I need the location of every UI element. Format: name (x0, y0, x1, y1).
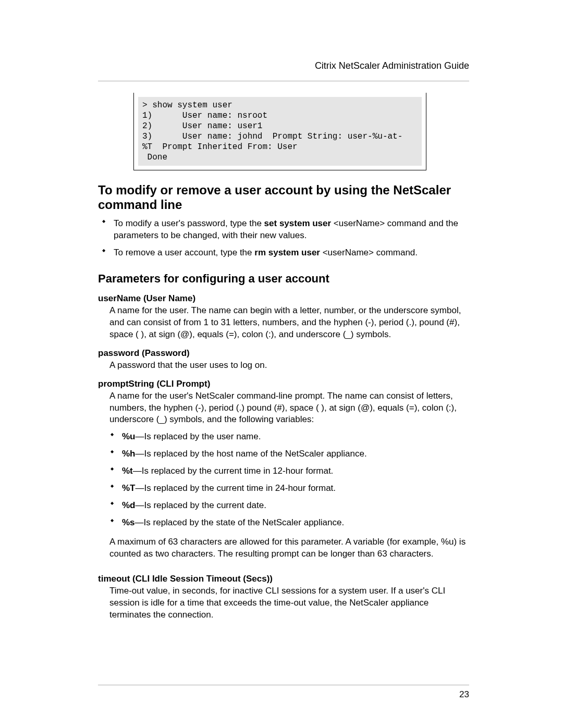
var-text: —Is replaced by the user name. (136, 431, 261, 441)
list-item: %d—Is replaced by the current date. (109, 500, 469, 512)
header-divider (98, 81, 469, 81)
var-code: %d (122, 500, 136, 510)
list-item: %t—Is replaced by the current time in 12… (109, 465, 469, 477)
bullet-list-modify-remove: To modify a user's password, type the se… (101, 218, 469, 259)
var-text: —Is replaced by the state of the NetScal… (135, 517, 345, 527)
var-code: %t (122, 466, 133, 476)
param-term-username: userName (User Name) (98, 293, 469, 304)
footer-divider (98, 685, 469, 685)
param-term-timeout: timeout (CLI Idle Session Timeout (Secs)… (98, 574, 469, 584)
inline-command: rm system user (254, 248, 320, 257)
param-desc-username: A name for the user. The name can begin … (109, 305, 469, 341)
list-item: %u—Is replaced by the user name. (109, 431, 469, 443)
var-text: —Is replaced by the current time in 12-h… (133, 466, 334, 476)
var-text: —Is replaced by the host name of the Net… (136, 449, 367, 459)
var-code: %h (122, 449, 136, 459)
bullet-list-variables: %u—Is replaced by the user name. %h—Is r… (109, 431, 469, 529)
list-item-post: <userName> command. (320, 248, 418, 257)
param-note-promptstring: A maximum of 63 characters are allowed f… (109, 536, 469, 560)
list-item: %T—Is replaced by the current time in 24… (109, 483, 469, 495)
list-item: To modify a user's password, type the se… (101, 218, 469, 242)
section-heading-modify-remove: To modify or remove a user account by us… (98, 183, 469, 213)
code-frame: > show system user 1) User name: nsroot … (133, 93, 426, 170)
list-item-pre: To modify a user's password, type the (114, 218, 264, 228)
inline-command: set system user (264, 218, 332, 228)
param-desc-timeout: Time-out value, in seconds, for inactive… (109, 585, 469, 621)
var-code: %u (122, 431, 136, 441)
code-block-wrapper: > show system user 1) User name: nsroot … (133, 93, 469, 170)
param-term-promptstring: promptString (CLI Prompt) (98, 379, 469, 389)
var-text: —Is replaced by the current date. (136, 500, 266, 510)
param-desc-password: A password that the user uses to log on. (109, 360, 469, 372)
var-text: —Is replaced by the current time in 24-h… (136, 483, 336, 493)
param-term-password: password (Password) (98, 348, 469, 359)
page-header-title: Citrix NetScaler Administration Guide (98, 60, 469, 78)
list-item-pre: To remove a user account, type the (114, 248, 254, 257)
list-item: %s—Is replaced by the state of the NetSc… (109, 517, 469, 529)
section-heading-parameters: Parameters for configuring a user accoun… (98, 272, 469, 286)
var-code: %T (122, 483, 136, 493)
list-item: To remove a user account, type the rm sy… (101, 247, 469, 259)
param-desc-promptstring: A name for the user's NetScaler command-… (109, 390, 469, 426)
page: Citrix NetScaler Administration Guide > … (0, 0, 563, 728)
var-code: %s (122, 517, 135, 527)
page-number: 23 (459, 689, 469, 700)
code-block: > show system user 1) User name: nsroot … (138, 97, 422, 166)
list-item: %h—Is replaced by the host name of the N… (109, 448, 469, 460)
